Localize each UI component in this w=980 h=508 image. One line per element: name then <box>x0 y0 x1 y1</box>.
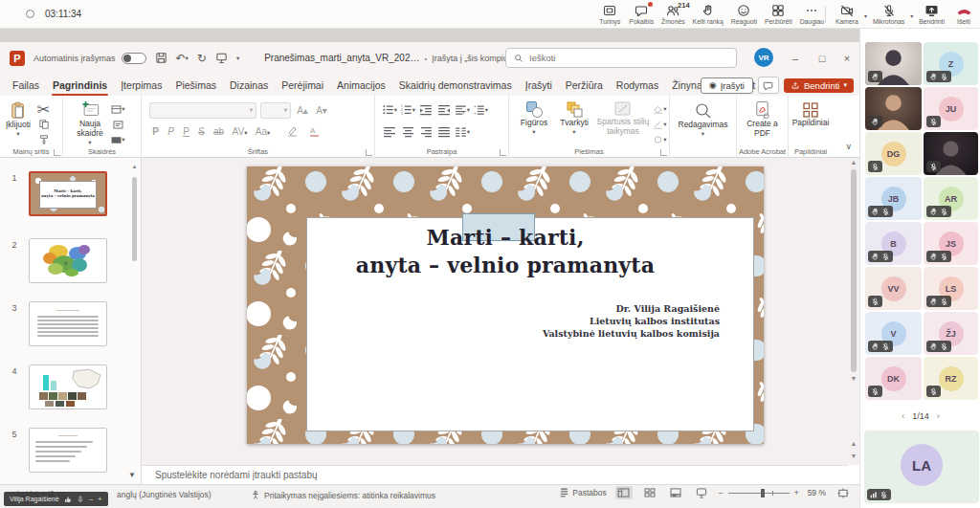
fit-slide-button[interactable] <box>835 486 852 499</box>
ribbon-tab-rodymas[interactable]: Rodymas <box>610 76 665 96</box>
minimize-button[interactable]: – <box>783 42 808 74</box>
zoom-in-button[interactable]: + <box>794 488 799 497</box>
shape-effects-button[interactable]: ▾ <box>653 133 667 146</box>
share-button[interactable]: Bendrinti▾ <box>784 78 854 93</box>
meeting-share-button[interactable]: Bendrinti <box>916 0 947 29</box>
slide-thumbnail-2[interactable]: ? <box>29 238 107 283</box>
strikethrough-button[interactable]: S <box>195 126 208 137</box>
slide-layout-button[interactable]: ▾ <box>111 102 125 116</box>
decrease-indent-button[interactable] <box>419 103 434 117</box>
font-dialog-launcher[interactable] <box>366 149 372 156</box>
participant-tile-AR[interactable]: AR <box>924 177 978 220</box>
scroll-up-icon[interactable]: ▲ <box>851 158 858 167</box>
camera-options-chevron[interactable]: ▾ <box>864 11 867 19</box>
numbered-list-button[interactable]: 123▾ <box>401 103 415 117</box>
new-slide-button[interactable]: Nauja skaidrė▾ <box>69 100 111 146</box>
canvas-scrollbar[interactable]: ▲ ▼ ▲ ▼ <box>848 158 859 465</box>
scroll-up-icon[interactable]: ▲ <box>131 164 138 169</box>
participant-tile-Z[interactable]: Z <box>924 42 978 85</box>
align-right-button[interactable] <box>419 125 434 139</box>
participant-tile[interactable] <box>865 42 922 85</box>
participant-tile-JB[interactable]: JB <box>865 177 922 220</box>
section-button[interactable]: ▾ <box>111 133 125 146</box>
columns-button[interactable]: ▾ <box>456 125 470 139</box>
align-center-button[interactable] <box>401 125 415 139</box>
format-painter-button[interactable] <box>36 133 51 146</box>
ribbon-tab-perėjimai[interactable]: Perėjimai <box>275 76 330 96</box>
ribbon-tab-dizainas[interactable]: Dizainas <box>223 76 275 96</box>
paragraph-dialog-launcher[interactable] <box>500 149 506 156</box>
meeting-chat-button[interactable]: Pokalbis <box>626 0 657 29</box>
meeting-camera-button[interactable]: Kamera <box>833 0 861 29</box>
slide-authors[interactable]: Dr. Vilija Ragaišienė Lietuvių kalbos in… <box>543 303 720 340</box>
slideshow-view-button[interactable] <box>693 486 710 499</box>
paste-button[interactable]: Įklijuoti▾ <box>0 100 36 146</box>
close-button[interactable]: × <box>835 42 859 74</box>
character-spacing-button[interactable]: AV▾ <box>230 126 250 137</box>
start-presentation-button[interactable] <box>215 52 228 64</box>
participant-tile-DG[interactable]: DG <box>865 132 922 175</box>
meeting-view-button[interactable]: Peržiūrėti <box>762 0 795 29</box>
italic-button[interactable]: P <box>165 126 177 137</box>
create-pdf-button[interactable]: Create a PDF <box>739 100 787 139</box>
ribbon-tab-skaidrių-demonstravimas[interactable]: Skaidrių demonstravimas <box>392 76 519 96</box>
arrange-button[interactable]: Tvarkyti▾ <box>555 100 593 146</box>
bullet-list-button[interactable]: ▾ <box>383 103 397 117</box>
underline-button[interactable]: P <box>180 126 192 137</box>
ribbon-tab-failas[interactable]: Failas <box>6 76 46 96</box>
reset-slide-button[interactable] <box>111 118 125 131</box>
account-avatar[interactable]: VR <box>754 48 773 67</box>
spotlight-tile-LA[interactable]: LA <box>864 431 979 503</box>
mic-options-chevron[interactable]: ▾ <box>910 11 913 19</box>
ribbon-tab-pagrindinis[interactable]: Pagrindinis <box>46 76 114 96</box>
font-size-select[interactable] <box>260 102 291 119</box>
highlight-color-button[interactable] <box>286 125 305 137</box>
ribbon-tab-peržiūra[interactable]: Peržiūra <box>559 76 610 96</box>
decrease-font-button[interactable]: A▾ <box>314 105 329 116</box>
slide-thumbnail-5[interactable]: ————— <box>29 428 107 473</box>
participant-tile-V[interactable]: V <box>865 312 922 355</box>
editing-button[interactable]: Redagavimas▾ <box>673 101 734 137</box>
shadow-button[interactable]: ab <box>211 126 227 137</box>
slide-thumbnail-3[interactable]: —————— <box>29 301 107 346</box>
participant-tile-ŽJ[interactable]: ŽJ <box>924 312 978 355</box>
meeting-mic-button[interactable]: Mikrofonas <box>870 0 907 29</box>
zoom-slider[interactable]: − + <box>719 488 799 497</box>
presenter-toolbar[interactable]: Vilija Ragaišienė – + <box>4 492 108 506</box>
align-left-button[interactable] <box>383 125 397 139</box>
participant-tile-B[interactable]: B <box>865 222 922 265</box>
undo-button[interactable]: ↶▾ <box>176 52 189 65</box>
participant-tile-VV[interactable]: VV <box>865 267 922 310</box>
slide-sorter-view-button[interactable] <box>641 486 658 499</box>
restore-button[interactable]: □ <box>810 42 835 74</box>
reading-view-button[interactable] <box>667 486 684 499</box>
reaction-thumb-icon[interactable] <box>64 496 72 503</box>
bold-button[interactable]: P <box>149 126 162 137</box>
language-status[interactable]: anglų (Jungtinės Valstijos) <box>117 490 212 499</box>
search-input[interactable]: Ieškoti <box>505 48 737 68</box>
quick-styles-button[interactable]: Spartusis stilių taikymas <box>595 100 651 146</box>
quick-access-chevron[interactable]: ▾ <box>236 55 239 62</box>
participant-tile-LS[interactable]: LS <box>924 267 978 310</box>
meeting-content-button[interactable]: Turinys <box>595 0 624 29</box>
meeting-react-button[interactable]: Reaguoti <box>728 0 760 29</box>
change-case-button[interactable]: Aa▾ <box>253 126 273 137</box>
clipboard-dialog-launcher[interactable] <box>54 149 60 156</box>
zoom-knob[interactable] <box>761 489 765 497</box>
meeting-people-button[interactable]: Žmonės214 <box>658 0 688 29</box>
ribbon-tab-įterpimas[interactable]: Įterpimas <box>114 76 168 96</box>
normal-view-button[interactable] <box>615 486 633 499</box>
zoom-level[interactable]: 59 % <box>808 488 826 497</box>
expand-toolbar-button[interactable]: + <box>98 495 102 503</box>
participant-tile-JS[interactable]: JS <box>924 222 978 265</box>
text-direction-button[interactable]: ¶▾ <box>456 103 470 117</box>
shape-fill-button[interactable]: ▾ <box>653 102 667 116</box>
drawing-dialog-launcher[interactable] <box>660 149 667 156</box>
increase-font-button[interactable]: A▴ <box>295 105 310 116</box>
comments-button[interactable] <box>758 77 779 94</box>
addins-button[interactable]: Papildiniai <box>790 101 832 128</box>
shape-outline-button[interactable]: ▾ <box>653 118 667 131</box>
meeting-hand-button[interactable]: Kelti ranką <box>690 0 726 29</box>
meeting-leave-button[interactable]: Išeiti <box>949 0 978 29</box>
record-button[interactable]: ◉Įrašyti <box>701 77 753 94</box>
